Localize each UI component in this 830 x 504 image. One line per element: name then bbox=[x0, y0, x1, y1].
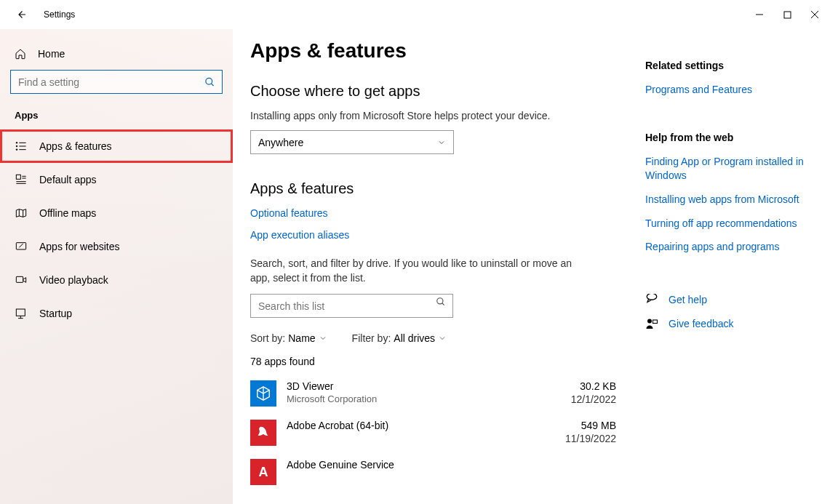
get-help-link[interactable]: Get help bbox=[645, 293, 813, 307]
app-row[interactable]: Adobe Acrobat (64-bit) 549 MB 11/19/2022 bbox=[250, 417, 616, 456]
app-list-search-input[interactable] bbox=[250, 294, 453, 318]
chevron-down-icon bbox=[437, 138, 446, 147]
app-count: 78 apps found bbox=[250, 356, 616, 367]
nav-label: Apps & features bbox=[39, 140, 112, 152]
svg-rect-27 bbox=[653, 320, 658, 324]
help-link[interactable]: Repairing apps and programs bbox=[645, 240, 813, 254]
app-date: 12/1/2022 bbox=[571, 393, 616, 405]
home-icon bbox=[15, 48, 26, 60]
app-icon: A bbox=[250, 459, 276, 485]
app-size: 549 MB bbox=[565, 420, 616, 431]
app-icon bbox=[250, 420, 276, 446]
person-icon bbox=[645, 318, 658, 331]
app-size: 30.2 KB bbox=[571, 380, 616, 392]
svg-point-10 bbox=[16, 145, 17, 147]
related-heading: Related settings bbox=[645, 60, 813, 71]
back-button[interactable] bbox=[15, 8, 28, 21]
apps-heading: Apps & features bbox=[250, 180, 616, 197]
optional-features-link[interactable]: Optional features bbox=[250, 207, 616, 219]
app-row[interactable]: 3D Viewer Microsoft Corporation 30.2 KB … bbox=[250, 377, 616, 417]
sidebar: Home Apps Apps & features Default apps bbox=[0, 29, 233, 504]
svg-point-26 bbox=[647, 319, 652, 323]
sort-by-dropdown[interactable]: Sort by: Name bbox=[250, 332, 327, 344]
map-icon bbox=[15, 207, 28, 220]
side-panel: Related settings Programs and Features H… bbox=[645, 39, 813, 504]
startup-icon bbox=[15, 307, 28, 320]
give-feedback-link[interactable]: Give feedback bbox=[645, 317, 813, 331]
chevron-down-icon bbox=[319, 334, 327, 343]
maximize-button[interactable] bbox=[782, 9, 792, 20]
svg-point-9 bbox=[16, 143, 17, 144]
svg-rect-20 bbox=[16, 276, 23, 282]
nav-label: Startup bbox=[39, 308, 72, 319]
programs-features-link[interactable]: Programs and Features bbox=[645, 83, 813, 97]
nav-default-apps[interactable]: Default apps bbox=[0, 163, 233, 196]
nav-label: Default apps bbox=[39, 174, 97, 185]
app-source-select[interactable]: Anywhere bbox=[250, 130, 454, 154]
search-icon bbox=[436, 297, 446, 307]
svg-point-24 bbox=[437, 297, 443, 303]
app-publisher: Microsoft Corporation bbox=[287, 393, 571, 404]
minimize-button[interactable] bbox=[754, 9, 765, 20]
svg-rect-21 bbox=[16, 309, 25, 316]
chat-icon bbox=[645, 294, 658, 307]
nav-apps-websites[interactable]: Apps for websites bbox=[0, 230, 233, 263]
page-title: Apps & features bbox=[250, 39, 616, 63]
nav-label: Offline maps bbox=[39, 207, 96, 219]
chevron-down-icon bbox=[438, 334, 447, 343]
titlebar: Settings bbox=[0, 0, 830, 29]
default-icon bbox=[15, 173, 28, 186]
svg-line-5 bbox=[211, 83, 213, 85]
help-link[interactable]: Turning off app recommendations bbox=[645, 217, 813, 231]
main-content: Apps & features Choose where to get apps… bbox=[250, 39, 616, 504]
choose-heading: Choose where to get apps bbox=[250, 83, 616, 100]
svg-point-4 bbox=[206, 78, 212, 84]
settings-search-input[interactable] bbox=[10, 70, 223, 94]
svg-point-11 bbox=[16, 149, 17, 151]
help-link[interactable]: Installing web apps from Microsoft bbox=[645, 193, 813, 207]
app-name: Adobe Acrobat (64-bit) bbox=[287, 420, 565, 431]
window-title: Settings bbox=[44, 9, 75, 20]
help-heading: Help from the web bbox=[645, 132, 813, 143]
svg-rect-1 bbox=[784, 12, 791, 18]
sidebar-section-label: Apps bbox=[0, 94, 233, 129]
home-nav[interactable]: Home bbox=[0, 38, 233, 70]
choose-desc: Installing apps only from Microsoft Stor… bbox=[250, 110, 616, 121]
app-row[interactable]: A Adobe Genuine Service bbox=[250, 456, 616, 495]
nav-offline-maps[interactable]: Offline maps bbox=[0, 196, 233, 230]
app-name: 3D Viewer bbox=[287, 380, 571, 392]
app-icon bbox=[250, 380, 276, 407]
list-desc: Search, sort, and filter by drive. If yo… bbox=[250, 257, 574, 285]
nav-apps-features[interactable]: Apps & features bbox=[0, 129, 233, 163]
svg-rect-12 bbox=[16, 175, 20, 179]
select-value: Anywhere bbox=[258, 137, 303, 148]
filter-by-dropdown[interactable]: Filter by: All drives bbox=[352, 332, 447, 344]
app-aliases-link[interactable]: App execution aliases bbox=[250, 229, 616, 241]
home-label: Home bbox=[38, 48, 65, 60]
nav-video-playback[interactable]: Video playback bbox=[0, 263, 233, 297]
nav-label: Video playback bbox=[39, 274, 108, 286]
nav-startup[interactable]: Startup bbox=[0, 297, 233, 330]
help-link[interactable]: Finding App or Program installed in Wind… bbox=[645, 155, 813, 183]
nav-label: Apps for websites bbox=[39, 241, 120, 252]
list-icon bbox=[15, 140, 28, 153]
search-icon bbox=[204, 76, 215, 87]
video-icon bbox=[15, 273, 28, 287]
app-date: 11/19/2022 bbox=[565, 433, 616, 444]
app-name: Adobe Genuine Service bbox=[287, 459, 616, 471]
link-icon bbox=[15, 240, 28, 253]
close-button[interactable] bbox=[810, 9, 820, 20]
svg-line-25 bbox=[442, 303, 444, 305]
